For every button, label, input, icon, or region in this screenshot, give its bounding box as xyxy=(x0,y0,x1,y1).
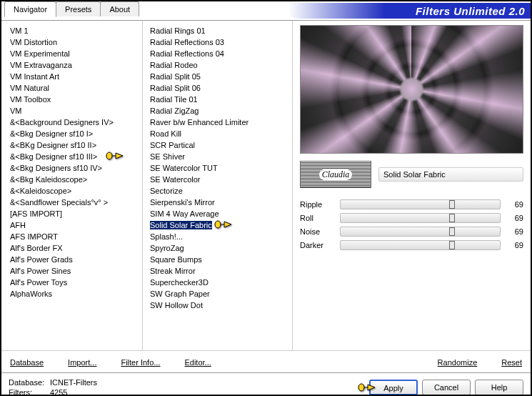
list-item[interactable]: Raver b/w Enhanced Limiter xyxy=(147,117,291,128)
filter-list[interactable]: Radial Rings 01Radial Reflections 03Radi… xyxy=(147,25,291,349)
param-row: Roll69 xyxy=(300,212,523,224)
footer: Database:ICNET-Filters Filters:4255 Appl… xyxy=(1,372,531,396)
list-item[interactable]: Alf's Power Grads xyxy=(7,254,141,265)
status-text: Database:ICNET-Filters Filters:4255 xyxy=(9,377,97,397)
pointer-icon xyxy=(106,149,124,163)
param-value: 69 xyxy=(506,214,523,222)
list-item[interactable]: AFH xyxy=(7,219,141,231)
list-item[interactable]: &<Bkg Designers sf10 IV> xyxy=(7,162,141,174)
preview-panel: Claudia Solid Solar Fabric Ripple69Roll6… xyxy=(293,21,531,350)
category-list[interactable]: VM 1VM DistortionVM ExperimentalVM Extra… xyxy=(7,25,141,349)
list-item[interactable]: AlphaWorks xyxy=(7,288,141,300)
list-item[interactable]: SW Hollow Dot xyxy=(147,300,291,311)
list-item[interactable]: &<Bkg Kaleidoscope> xyxy=(7,174,141,185)
list-item[interactable]: Square Bumps xyxy=(147,254,291,265)
list-item[interactable]: &<Bkg Designer sf10 III> xyxy=(7,151,141,162)
list-item[interactable]: Radial Reflections 03 xyxy=(147,36,291,48)
param-slider[interactable] xyxy=(340,213,501,223)
pointer-icon xyxy=(214,217,233,232)
param-row: Noise69 xyxy=(300,225,523,238)
reset-link[interactable]: Reset xyxy=(496,355,528,370)
list-item[interactable]: Road Kill xyxy=(147,128,291,139)
list-item[interactable]: Streak Mirror xyxy=(147,265,291,277)
help-button[interactable]: Help xyxy=(475,380,523,395)
category-column: VM 1VM DistortionVM ExperimentalVM Extra… xyxy=(1,21,143,350)
title-area: Filters Unlimited 2.0 xyxy=(288,1,531,20)
list-item[interactable]: VM xyxy=(7,105,141,117)
param-label: Roll xyxy=(300,214,334,222)
list-item[interactable]: VM Instant Art xyxy=(7,71,141,82)
list-item[interactable]: Radial Reflections 04 xyxy=(147,48,291,59)
param-value: 69 xyxy=(506,241,523,249)
preview-image xyxy=(300,25,523,154)
list-item[interactable]: Radial Rodeo xyxy=(147,59,291,71)
param-slider[interactable] xyxy=(340,240,501,250)
list-item[interactable]: VM Toolbox xyxy=(7,94,141,105)
tab-presets[interactable]: Presets xyxy=(56,1,101,16)
link-row: Database Import... Filter Info... Editor… xyxy=(1,350,531,372)
list-item[interactable]: Radial Tile 01 xyxy=(147,94,291,105)
param-slider[interactable] xyxy=(340,199,501,209)
list-item[interactable]: Splash!... xyxy=(147,231,291,242)
list-item[interactable]: SE Shiver xyxy=(147,151,291,162)
editor-link[interactable]: Editor... xyxy=(179,355,216,370)
list-item[interactable]: Solid Solar Fabric xyxy=(147,219,291,231)
list-item[interactable]: VM 1 xyxy=(7,25,141,36)
svg-point-2 xyxy=(358,384,364,391)
tab-navigator[interactable]: Navigator xyxy=(4,1,56,17)
main-area: VM 1VM DistortionVM ExperimentalVM Extra… xyxy=(1,20,531,350)
list-item[interactable]: VM Natural xyxy=(7,82,141,94)
app-title: Filters Unlimited 2.0 xyxy=(416,5,525,17)
brand-logo: Claudia xyxy=(300,161,371,188)
param-label: Ripple xyxy=(300,200,334,209)
filter-column: Radial Rings 01Radial Reflections 03Radi… xyxy=(143,21,293,350)
list-item[interactable]: &<Kaleidoscope> xyxy=(7,185,141,197)
tab-strip: NavigatorPresetsAbout xyxy=(4,1,139,16)
apply-button[interactable]: Apply xyxy=(369,380,418,395)
list-item[interactable]: &<Sandflower Specials°v° > xyxy=(7,197,141,208)
param-value: 69 xyxy=(506,227,523,236)
list-item[interactable]: &<Bkg Designer sf10 I> xyxy=(7,128,141,139)
cancel-button[interactable]: Cancel xyxy=(422,380,471,395)
list-item[interactable]: VM Extravaganza xyxy=(7,59,141,71)
param-value: 69 xyxy=(506,200,523,209)
list-item[interactable]: Radial Split 06 xyxy=(147,82,291,94)
list-item[interactable]: Sectorize xyxy=(147,185,291,197)
current-filter-name: Solid Solar Fabric xyxy=(378,167,523,182)
list-item[interactable]: Radial Rings 01 xyxy=(147,25,291,36)
list-item[interactable]: Alf's Power Sines xyxy=(7,265,141,277)
filter-info-link[interactable]: Filter Info... xyxy=(115,355,166,370)
list-item[interactable]: Radial Split 05 xyxy=(147,71,291,82)
svg-point-1 xyxy=(215,221,221,228)
list-item[interactable]: [AFS IMPORT] xyxy=(7,208,141,219)
list-item[interactable]: SCR Partical xyxy=(147,139,291,151)
list-item[interactable]: AFS IMPORT xyxy=(7,231,141,242)
param-label: Darker xyxy=(300,241,334,249)
list-item[interactable]: SE Watercolor xyxy=(147,174,291,185)
param-label: Noise xyxy=(300,227,334,236)
list-item[interactable]: SE Watercolor TUT xyxy=(147,162,291,174)
list-item[interactable]: Superchecker3D xyxy=(147,277,291,288)
header: NavigatorPresetsAbout Filters Unlimited … xyxy=(1,1,531,20)
list-item[interactable]: Alf's Border FX xyxy=(7,242,141,254)
tab-about[interactable]: About xyxy=(100,1,139,16)
list-item[interactable]: SIM 4 Way Average xyxy=(147,208,291,219)
list-item[interactable]: VM Experimental xyxy=(7,48,141,59)
list-item[interactable]: Sierpenski's Mirror xyxy=(147,197,291,208)
list-item[interactable]: Alf's Power Toys xyxy=(7,277,141,288)
list-item[interactable]: SW Graph Paper xyxy=(147,288,291,300)
param-row: Darker69 xyxy=(300,239,523,252)
param-row: Ripple69 xyxy=(300,198,523,211)
svg-point-0 xyxy=(106,152,112,159)
list-item[interactable]: VM Distortion xyxy=(7,36,141,48)
list-item[interactable]: Radial ZigZag xyxy=(147,105,291,117)
randomize-link[interactable]: Randomize xyxy=(432,355,483,370)
list-item[interactable]: &<BKg Designer sf10 II> xyxy=(7,139,141,151)
parameters: Ripple69Roll69Noise69Darker69 xyxy=(300,198,523,347)
database-link[interactable]: Database xyxy=(4,355,49,370)
list-item[interactable]: SpyroZag xyxy=(147,242,291,254)
import-link[interactable]: Import... xyxy=(62,355,102,370)
list-item[interactable]: &<Background Designers IV> xyxy=(7,117,141,128)
param-slider[interactable] xyxy=(340,227,501,237)
